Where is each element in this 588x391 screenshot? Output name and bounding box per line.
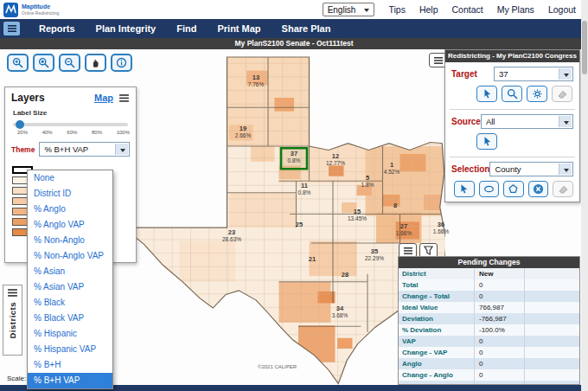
source-pointer-button[interactable] — [476, 133, 497, 150]
row-label: Change - VAP — [399, 347, 475, 358]
zoom-in-button[interactable] — [7, 54, 29, 72]
layers-burger-icon[interactable] — [118, 93, 130, 103]
map-canvas[interactable] — [117, 49, 445, 387]
row-label: Change - Total — [399, 291, 475, 302]
pan-button[interactable] — [85, 54, 106, 72]
nav-item[interactable]: Reports — [39, 23, 75, 34]
selection-label: Selection — [451, 164, 489, 174]
row-value: 0 — [475, 347, 525, 358]
theme-option[interactable]: % Non-Anglo VAP — [28, 248, 112, 264]
map-attribution: ©2021 CALIPER — [258, 364, 297, 369]
row-blank — [525, 347, 579, 358]
row-value: 0 — [475, 279, 525, 291]
column-header-new: New — [475, 268, 525, 279]
theme-option[interactable]: % Non-Anglo — [28, 233, 112, 248]
main-nav: ReportsPlan IntegrityFindPrint MapShare … — [0, 19, 588, 38]
target-pointer-button[interactable] — [476, 86, 497, 102]
pending-table-body: Total 0 Change - Total 0 Ideal Value 766… — [399, 279, 579, 385]
row-blank — [525, 358, 579, 369]
theme-option[interactable]: None — [28, 170, 112, 186]
table-row: Change - VAP 0 — [399, 347, 579, 358]
top-link[interactable]: Help — [419, 4, 438, 15]
zoom-window-button[interactable] — [33, 54, 54, 72]
theme-option[interactable]: % B+H — [28, 357, 112, 373]
slider-track[interactable] — [13, 123, 128, 126]
theme-option[interactable]: % Anglo VAP — [28, 217, 112, 233]
logo-title: Maptitude — [22, 3, 59, 10]
theme-option[interactable]: % Asian — [28, 264, 112, 279]
top-links: TipsHelpContactMy PlansLogout — [388, 4, 576, 15]
menu-burger-icon[interactable] — [3, 22, 20, 35]
source-select[interactable]: All — [481, 114, 573, 129]
language-value: English — [328, 5, 356, 15]
selection-row: Selection County — [445, 157, 579, 178]
target-select[interactable]: 37 — [494, 67, 573, 81]
row-label: Total — [399, 279, 475, 291]
selection-select[interactable]: County — [489, 162, 573, 176]
slider-tick: 100% — [117, 130, 130, 135]
slider-tick: 60% — [67, 130, 77, 135]
row-value: 766,987 — [475, 302, 525, 313]
top-bar-right: English TipsHelpContactMy PlansLogout — [323, 3, 576, 16]
map-link[interactable]: Map — [94, 93, 113, 103]
row-blank — [525, 279, 579, 291]
row-blank — [525, 336, 579, 347]
column-header-blank — [525, 268, 579, 279]
selection-select-value: County — [495, 164, 521, 174]
theme-select[interactable]: % B+H VAP — [39, 142, 130, 157]
theme-option[interactable]: % B+H VAP — [28, 373, 112, 388]
chevron-down-icon — [364, 9, 369, 15]
nav-item[interactable]: Print Map — [217, 23, 260, 34]
zoom-out-button[interactable] — [59, 54, 80, 72]
layers-panel-header: Layers Map — [5, 87, 136, 106]
table-row: Anglo 0 — [399, 358, 579, 369]
slider-handle[interactable] — [16, 120, 24, 129]
districts-burger-icon[interactable] — [7, 288, 18, 298]
nav-item[interactable]: Share Plan — [282, 23, 331, 34]
top-link[interactable]: Logout — [548, 4, 576, 15]
top-link[interactable]: Tips — [388, 4, 405, 15]
target-erase-button[interactable] — [552, 86, 572, 102]
pending-table-header: District New — [399, 268, 579, 279]
selection-clear-button[interactable] — [528, 181, 549, 197]
redistricting-panel-title: Redistricting - My PlanC2100 Congress — [445, 50, 579, 62]
language-select[interactable]: English — [323, 3, 375, 16]
top-link[interactable]: My Plans — [497, 4, 534, 15]
districts-tab-label: Districts — [8, 302, 17, 339]
info-button[interactable] — [111, 54, 132, 72]
theme-option[interactable]: % Hispanic — [28, 326, 112, 342]
nav-item[interactable]: Plan Integrity — [96, 23, 157, 34]
selection-ellipse-button[interactable] — [479, 181, 500, 197]
app-window: Maptitude Online Redistricting English T… — [0, 0, 588, 391]
target-zoom-button[interactable] — [502, 86, 522, 102]
theme-option[interactable]: % Black VAP — [28, 311, 112, 326]
row-label: VAP — [399, 336, 475, 347]
districts-tab[interactable]: Districts — [3, 285, 22, 356]
row-label: Anglo — [399, 358, 475, 369]
selection-polygon-button[interactable] — [503, 181, 524, 197]
vertical-scrollbar[interactable] — [581, 0, 588, 391]
target-select-value: 37 — [499, 69, 508, 79]
app-logo[interactable]: Maptitude Online Redistricting — [3, 3, 59, 17]
pending-changes-title: Pending Changes — [399, 257, 579, 268]
slider-tick: 20% — [17, 130, 28, 135]
layers-title: Layers — [11, 92, 45, 104]
selection-erase-button[interactable] — [553, 181, 573, 197]
table-row: Change - Total 0 — [399, 291, 579, 302]
theme-option[interactable]: % Asian VAP — [28, 279, 112, 295]
scrollbar-thumb[interactable] — [582, 21, 587, 74]
theme-option[interactable]: % Black — [28, 295, 112, 311]
top-bar: Maptitude Online Redistricting English T… — [0, 0, 588, 19]
theme-row: Theme % B+H VAP — [5, 135, 136, 160]
target-settings-gear-icon[interactable] — [527, 86, 547, 102]
table-row: % Deviation -100.0% — [399, 324, 579, 336]
theme-option[interactable]: District ID — [28, 186, 112, 202]
nav-item[interactable]: Find — [176, 23, 196, 34]
top-link[interactable]: Contact — [452, 4, 483, 15]
source-label: Source — [451, 117, 481, 126]
theme-option[interactable]: % Hispanic VAP — [28, 342, 112, 357]
label-size-slider[interactable] — [13, 121, 128, 128]
selected-district-outline — [281, 148, 307, 169]
selection-pointer-button[interactable] — [454, 181, 475, 197]
theme-option[interactable]: % Anglo — [28, 202, 112, 217]
